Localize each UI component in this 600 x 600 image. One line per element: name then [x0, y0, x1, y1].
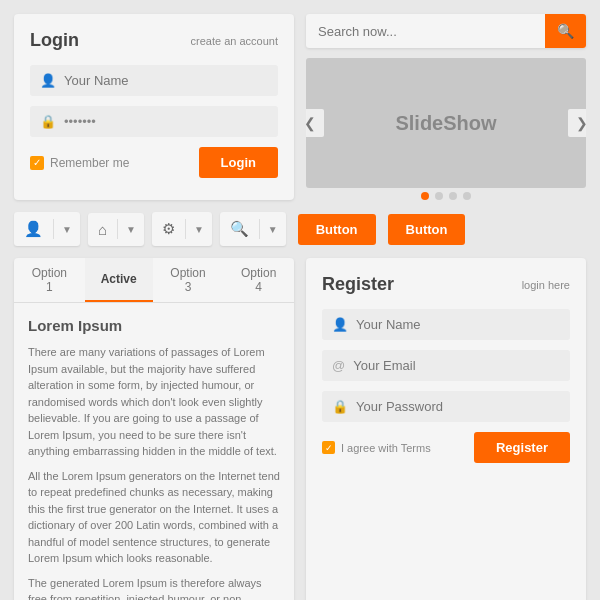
login-header: Login create an account — [30, 30, 278, 51]
tab-body: Lorem Ipsum There are many variations of… — [14, 303, 294, 600]
reg-name-group: 👤 — [322, 309, 570, 340]
tab-option1[interactable]: Option 1 — [14, 258, 85, 302]
reg-lock-icon: 🔒 — [332, 399, 348, 414]
slide-dot-4[interactable] — [463, 192, 471, 200]
home-toolbar-icon[interactable]: ⌂ — [88, 213, 117, 246]
tabs-content-panel: Option 1 Active Option 3 Option 4 Lorem … — [14, 258, 294, 600]
bottom-row: Option 1 Active Option 3 Option 4 Lorem … — [14, 258, 586, 600]
register-title: Register — [322, 274, 394, 295]
agree-label: I agree with Terms — [341, 442, 431, 454]
reg-email-icon: @ — [332, 358, 345, 373]
home-dropdown-btn[interactable]: ▼ — [118, 216, 144, 243]
slide-next-button[interactable]: ❯ — [568, 109, 586, 137]
remember-me-group: ✓ Remember me — [30, 156, 129, 170]
agree-checkbox[interactable]: ✓ — [322, 441, 335, 454]
content-paragraph-3: The generated Lorem Ipsum is therefore a… — [28, 575, 280, 601]
reg-password-input[interactable] — [356, 399, 560, 414]
tab-option3[interactable]: Option 3 — [153, 258, 224, 302]
content-title: Lorem Ipsum — [28, 317, 280, 334]
slide-dot-3[interactable] — [449, 192, 457, 200]
reg-email-input[interactable] — [353, 358, 560, 373]
create-account-link[interactable]: create an account — [191, 35, 278, 47]
remember-label: Remember me — [50, 156, 129, 170]
slideshow-label: SlideShow — [395, 112, 496, 135]
register-header: Register login here — [322, 274, 570, 295]
remember-checkbox[interactable]: ✓ — [30, 156, 44, 170]
password-input[interactable] — [64, 114, 268, 129]
login-panel: Login create an account 👤 🔒 ✓ Remember m… — [14, 14, 294, 200]
user-icon: 👤 — [40, 73, 56, 88]
slideshow-wrapper: ❮ SlideShow ❯ — [306, 58, 586, 200]
content-paragraph-2: All the Lorem Ipsum generators on the In… — [28, 468, 280, 567]
register-button[interactable]: Register — [474, 432, 570, 463]
content-paragraph-1: There are many variations of passages of… — [28, 344, 280, 460]
gear-toolbar-icon[interactable]: ⚙ — [152, 212, 185, 246]
reg-name-input[interactable] — [356, 317, 560, 332]
home-toolbar-group: ⌂ ▼ — [88, 213, 144, 246]
search-bar: 🔍 — [306, 14, 586, 48]
login-footer: ✓ Remember me Login — [30, 147, 278, 178]
toolbar-button-2[interactable]: Button — [388, 214, 466, 245]
login-title: Login — [30, 30, 79, 51]
register-panel: Register login here 👤 @ 🔒 ✓ I agree with… — [306, 258, 586, 600]
slide-dot-1[interactable] — [421, 192, 429, 200]
toolbar-row: 👤 ▼ ⌂ ▼ ⚙ ▼ 🔍 ▼ Button Button — [14, 212, 586, 246]
slide-dot-2[interactable] — [435, 192, 443, 200]
gear-dropdown-btn[interactable]: ▼ — [186, 216, 212, 243]
slide-dots — [306, 192, 586, 200]
lock-icon: 🔒 — [40, 114, 56, 129]
login-button[interactable]: Login — [199, 147, 278, 178]
user-toolbar-group: 👤 ▼ — [14, 212, 80, 246]
slideshow-container: ❮ SlideShow ❯ — [306, 58, 586, 188]
tab-active[interactable]: Active — [85, 258, 153, 302]
search-toolbar-icon[interactable]: 🔍 — [220, 212, 259, 246]
tab-option4[interactable]: Option 4 — [223, 258, 294, 302]
agree-terms-group: ✓ I agree with Terms — [322, 441, 431, 454]
toolbar-button-1[interactable]: Button — [298, 214, 376, 245]
settings-toolbar-group: ⚙ ▼ — [152, 212, 212, 246]
reg-password-group: 🔒 — [322, 391, 570, 422]
user-dropdown-btn[interactable]: ▼ — [54, 216, 80, 243]
search-input[interactable] — [306, 15, 545, 48]
password-input-group: 🔒 — [30, 106, 278, 137]
reg-email-group: @ — [322, 350, 570, 381]
user-toolbar-icon[interactable]: 👤 — [14, 212, 53, 246]
search-dropdown-btn[interactable]: ▼ — [260, 216, 286, 243]
tabs-header: Option 1 Active Option 3 Option 4 — [14, 258, 294, 303]
username-input-group: 👤 — [30, 65, 278, 96]
search-button[interactable]: 🔍 — [545, 14, 586, 48]
search-toolbar-group: 🔍 ▼ — [220, 212, 286, 246]
username-input[interactable] — [64, 73, 268, 88]
slide-prev-button[interactable]: ❮ — [306, 109, 324, 137]
reg-user-icon: 👤 — [332, 317, 348, 332]
right-top-section: 🔍 ❮ SlideShow ❯ — [306, 14, 586, 200]
login-here-link[interactable]: login here — [522, 279, 570, 291]
register-footer: ✓ I agree with Terms Register — [322, 432, 570, 463]
